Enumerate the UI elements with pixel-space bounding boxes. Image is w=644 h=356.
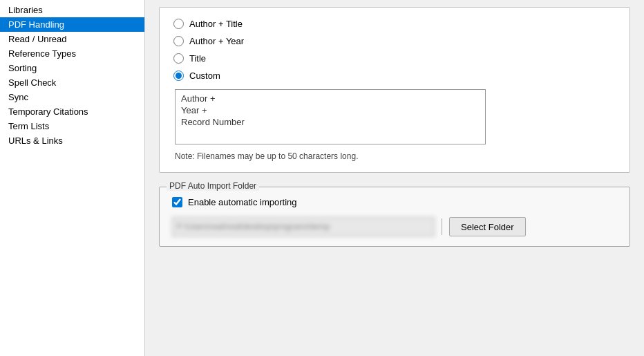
path-divider: [442, 218, 442, 235]
sidebar-item-libraries[interactable]: Libraries: [0, 3, 144, 17]
sidebar-item-pdf-handling[interactable]: PDF Handling: [0, 17, 144, 32]
custom-list-box[interactable]: Author + Year + Record Number: [175, 89, 486, 144]
filename-radio-group: Author + Title Author + Year Title Custo…: [173, 19, 616, 81]
filename-note: Note: Filenames may be up to 50 characte…: [175, 151, 616, 161]
folder-row: Select Folder: [172, 217, 617, 236]
main-content: Author + Title Author + Year Title Custo…: [145, 0, 644, 356]
radio-title[interactable]: Title: [173, 53, 616, 64]
custom-list-item-2: Record Number: [181, 116, 480, 128]
enable-import-checkbox[interactable]: [172, 197, 182, 207]
sidebar: Libraries PDF Handling Read / Unread Ref…: [0, 0, 145, 356]
sidebar-item-read-unread[interactable]: Read / Unread: [0, 32, 144, 46]
sidebar-item-sorting[interactable]: Sorting: [0, 61, 144, 75]
custom-list-item-1: Year +: [181, 104, 480, 116]
select-folder-button[interactable]: Select Folder: [449, 217, 526, 236]
custom-list-item-0: Author +: [181, 93, 480, 104]
sidebar-item-reference-types[interactable]: Reference Types: [0, 46, 144, 61]
auto-import-section: PDF Auto Import Folder Enable automatic …: [159, 187, 630, 247]
auto-import-title: PDF Auto Import Folder: [167, 181, 259, 191]
enable-import-label: Enable automatic importing: [188, 197, 297, 207]
radio-author-title[interactable]: Author + Title: [173, 19, 616, 29]
enable-import-row: Enable automatic importing: [172, 197, 617, 207]
folder-path-input[interactable]: [172, 217, 435, 236]
filename-section: Author + Title Author + Year Title Custo…: [159, 7, 630, 173]
sidebar-item-term-lists[interactable]: Term Lists: [0, 119, 144, 133]
sidebar-item-urls-links[interactable]: URLs & Links: [0, 133, 144, 148]
radio-input-title[interactable]: [173, 53, 184, 64]
sidebar-item-spell-check[interactable]: Spell Check: [0, 75, 144, 90]
sidebar-item-sync[interactable]: Sync: [0, 90, 144, 104]
radio-input-author-title[interactable]: [173, 19, 184, 29]
sidebar-item-temporary-citations[interactable]: Temporary Citations: [0, 104, 144, 119]
radio-input-custom[interactable]: [173, 71, 184, 81]
radio-custom[interactable]: Custom: [173, 71, 616, 81]
radio-author-year[interactable]: Author + Year: [173, 36, 616, 46]
radio-input-author-year[interactable]: [173, 36, 184, 46]
